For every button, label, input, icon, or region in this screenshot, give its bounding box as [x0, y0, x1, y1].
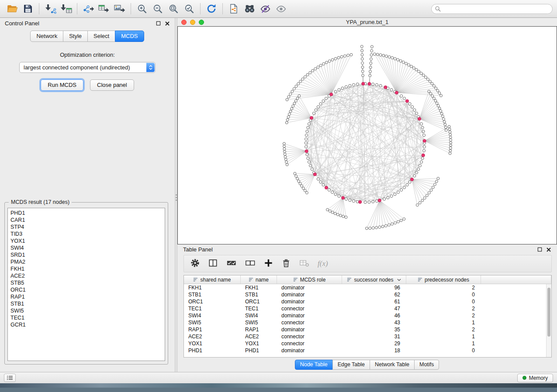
zoom-fit-button[interactable]: [166, 2, 181, 16]
delete-column-button[interactable]: [281, 258, 291, 269]
export-network-button[interactable]: [80, 2, 96, 16]
network-graph: [178, 27, 557, 244]
mcds-result-item[interactable]: STB5: [10, 279, 162, 286]
cell-successors: 47: [342, 305, 406, 312]
close-panel-icon[interactable]: [546, 247, 551, 252]
search-network-button[interactable]: [242, 2, 257, 16]
import-table-button[interactable]: [58, 2, 74, 16]
tab-mcds[interactable]: MCDS: [115, 31, 144, 42]
cell-name: SWI5: [241, 319, 277, 326]
tab-edge-table[interactable]: Edge Table: [332, 360, 370, 370]
tab-node-table[interactable]: Node Table: [295, 360, 333, 370]
mcds-result-title: MCDS result (17 nodes): [9, 199, 72, 205]
status-menu-button[interactable]: [4, 374, 16, 382]
select-all-button[interactable]: [226, 258, 237, 269]
export-table-button[interactable]: [96, 2, 112, 16]
function-builder-button[interactable]: f(x): [318, 259, 328, 268]
table-row[interactable]: PHD1PHD1dominator180: [184, 347, 551, 354]
desktop-background: [0, 383, 557, 388]
criterion-dropdown[interactable]: largest connected component (undirected): [19, 62, 156, 73]
refresh-button[interactable]: [204, 2, 219, 16]
table-row[interactable]: RAP1RAP1dominator352: [184, 326, 551, 333]
float-panel-icon[interactable]: [156, 21, 161, 26]
close-panel-icon[interactable]: [165, 21, 170, 26]
show-graphics-button[interactable]: [273, 2, 289, 16]
export-image-button[interactable]: [112, 2, 128, 16]
tab-network[interactable]: Network: [30, 31, 63, 42]
mcds-result-item[interactable]: STP4: [10, 224, 162, 230]
mcds-result-item[interactable]: GCR1: [10, 321, 162, 328]
table-row[interactable]: SWI4SWI4dominator462: [184, 312, 551, 319]
save-session-button[interactable]: [20, 2, 36, 16]
mcds-result-item[interactable]: ACE2: [10, 272, 162, 279]
mcds-result-item[interactable]: TEC1: [10, 314, 162, 321]
import-network-button[interactable]: [42, 2, 58, 16]
float-panel-icon[interactable]: [537, 247, 542, 252]
cell-role: connector: [277, 333, 342, 340]
search-input[interactable]: [431, 4, 553, 14]
table-row[interactable]: YOX1YOX1connector291: [184, 340, 551, 347]
zoom-selected-button[interactable]: [181, 2, 197, 16]
table-row[interactable]: ORC1ORC1dominator610: [184, 298, 551, 305]
cell-predecessors: 1: [406, 333, 481, 340]
close-window-icon[interactable]: [181, 20, 187, 25]
tab-network-table[interactable]: Network Table: [370, 360, 415, 370]
show-columns-button[interactable]: [208, 258, 218, 269]
deselect-all-button[interactable]: [245, 258, 256, 269]
mcds-result-item[interactable]: SRD1: [10, 251, 162, 258]
zoom-out-button[interactable]: [150, 2, 166, 16]
cell-shared_name: ORC1: [184, 298, 241, 305]
run-mcds-button[interactable]: Run MCDS: [41, 79, 83, 91]
maximize-window-icon[interactable]: [199, 20, 204, 25]
zoom-in-button[interactable]: [134, 2, 150, 16]
table-panel-title: Table Panel: [183, 246, 213, 253]
mcds-result-item[interactable]: SWI5: [10, 307, 162, 314]
export-network-icon: [82, 3, 94, 14]
mcds-result-item[interactable]: PHD1: [10, 210, 162, 217]
table-settings-button[interactable]: [190, 258, 200, 269]
minimize-window-icon[interactable]: [190, 20, 195, 25]
cell-name: PHD1: [241, 347, 277, 354]
scrollbar-thumb[interactable]: [547, 288, 550, 337]
column-header-shared-name[interactable]: shared name: [184, 275, 241, 284]
table-row[interactable]: SWI5SWI5connector431: [184, 319, 551, 326]
application-window: Control Panel NetworkStyleSelectMCDS Opt…: [0, 0, 557, 388]
mcds-result-item[interactable]: STB1: [10, 300, 162, 307]
main-area: Control Panel NetworkStyleSelectMCDS Opt…: [0, 18, 557, 372]
mcds-result-item[interactable]: RAP1: [10, 293, 162, 300]
column-header-predecessor-nodes[interactable]: predecessor nodes: [406, 275, 481, 284]
network-canvas[interactable]: [177, 26, 557, 244]
mcds-result-item[interactable]: YOX1: [10, 237, 162, 244]
close-panel-button[interactable]: Close panel: [90, 79, 134, 91]
hide-graphics-button[interactable]: [257, 2, 273, 16]
export-document-button[interactable]: [226, 2, 242, 16]
column-header-successor-nodes[interactable]: successor nodes: [342, 275, 406, 284]
table-row[interactable]: TEC1TEC1connector472: [184, 305, 551, 312]
zoom-out-icon: [152, 3, 163, 14]
delete-table-button[interactable]: [299, 258, 310, 269]
save-icon: [23, 3, 33, 14]
mcds-result-item[interactable]: SWI4: [10, 244, 162, 251]
cell-predecessors: 2: [406, 312, 481, 319]
open-file-button[interactable]: [4, 2, 20, 16]
mcds-result-item[interactable]: FKH1: [10, 265, 162, 272]
tab-style[interactable]: Style: [63, 31, 88, 42]
mcds-result-item[interactable]: PMA2: [10, 258, 162, 265]
tab-select[interactable]: Select: [87, 31, 115, 42]
add-column-button[interactable]: [263, 258, 273, 269]
column-header-MCDS-role[interactable]: MCDS role: [277, 275, 342, 284]
sort-icon: [347, 277, 352, 282]
sort-icon: [249, 277, 253, 282]
mcds-result-list[interactable]: PHD1CAR1STP4TID3YOX1SWI4SRD1PMA2FKH1ACE2…: [7, 208, 165, 361]
mcds-result-item[interactable]: ORC1: [10, 286, 162, 293]
mcds-result-item[interactable]: CAR1: [10, 217, 162, 224]
table-row[interactable]: ACE2ACE2connector311: [184, 333, 551, 340]
column-header-name[interactable]: name: [241, 275, 277, 284]
memory-button[interactable]: Memory: [517, 374, 553, 382]
table-scrollbar[interactable]: [546, 284, 551, 357]
table-row[interactable]: STB1STB1dominator620: [184, 291, 551, 298]
cell-successors: 35: [342, 326, 406, 333]
table-row[interactable]: FKH1FKH1dominator962: [184, 284, 551, 291]
tab-motifs[interactable]: Motifs: [414, 360, 439, 370]
mcds-result-item[interactable]: TID3: [10, 230, 162, 237]
